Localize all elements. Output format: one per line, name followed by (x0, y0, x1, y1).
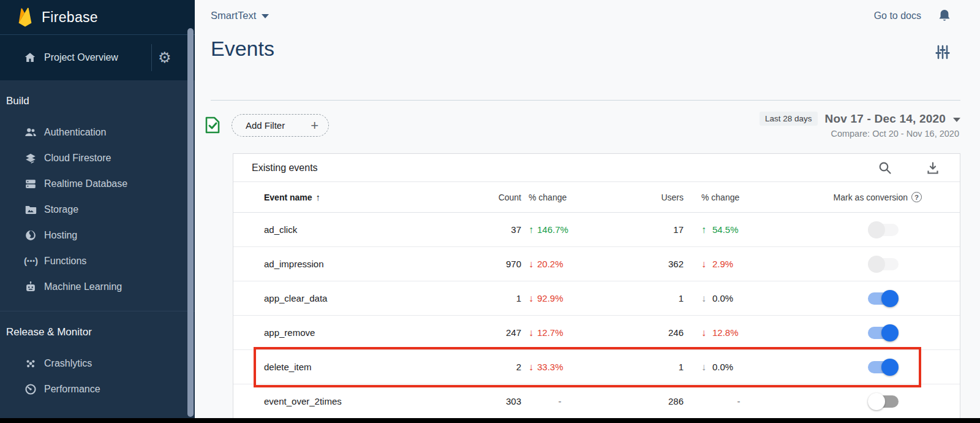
event-name: event_over_2times (264, 396, 478, 406)
sidebar-item-label: Crashlytics (44, 358, 92, 369)
users-change: ↓0.0% (699, 293, 791, 304)
sidebar-item-realtime-database[interactable]: Realtime Database (0, 171, 195, 197)
sidebar-item-label: Storage (44, 204, 78, 215)
project-selector[interactable]: SmartText (211, 10, 269, 21)
sidebar-item-label: Functions (44, 256, 86, 267)
data-freshness-icon[interactable] (204, 115, 221, 135)
column-header-mark-conversion: Mark as conversion ? (791, 192, 960, 202)
add-filter-button[interactable]: Add Filter + (232, 114, 329, 137)
column-header-count: Count (478, 192, 521, 202)
count-change: ↓92.9% (521, 293, 613, 304)
column-header-event-name[interactable]: Event name (264, 192, 478, 202)
conversion-toggle[interactable] (868, 359, 899, 376)
conversion-toggle[interactable] (868, 393, 899, 410)
functions-icon: (⋅⋅⋅) (23, 254, 38, 269)
search-icon[interactable] (878, 161, 892, 175)
sidebar-item-cloud-firestore[interactable]: Cloud Firestore (0, 145, 195, 171)
trend-arrow-icon: ↓ (529, 259, 533, 270)
firebase-logo[interactable]: Firebase (17, 7, 98, 28)
sidebar-item-authentication[interactable]: Authentication (0, 120, 195, 145)
screenshot-bottom-edge (0, 418, 980, 423)
project-settings-gear-icon[interactable]: ⚙ (158, 50, 172, 65)
count-change: - (521, 396, 613, 406)
plus-icon: + (311, 119, 318, 132)
table-row: app_clear_data 1 ↓92.9% 1 ↓0.0% (233, 281, 960, 316)
event-users: 286 (613, 396, 699, 406)
event-count: 1 (478, 293, 521, 303)
trend-arrow-icon: ↓ (529, 293, 533, 304)
sidebar-item-label: Performance (44, 384, 100, 395)
event-users: 17 (613, 224, 699, 235)
table-column-headers: Event name Count % change Users % change… (233, 182, 960, 213)
help-icon[interactable]: ? (911, 192, 922, 202)
table-row-highlighted: delete_item 2 ↓33.3% 1 ↓0.0% (233, 350, 960, 384)
event-users: 1 (613, 293, 699, 303)
event-count: 37 (478, 224, 521, 235)
sidebar-item-label: Authentication (44, 127, 106, 138)
table-body: ad_click 37 ↑146.7% 17 ↑54.5% ad_impress… (233, 213, 960, 419)
sidebar-item-project-overview[interactable]: Project Overview ⚙ (0, 35, 195, 80)
sidebar-scrollbar[interactable] (187, 28, 194, 417)
event-count: 2 (478, 362, 521, 372)
users-change: ↓0.0% (699, 362, 791, 373)
storage-icon (23, 202, 38, 217)
notifications-bell-icon[interactable] (937, 8, 952, 24)
table-row: event_over_2times 303 - 286 - (233, 384, 960, 419)
date-range-value: Nov 17 - Dec 14, 2020 (825, 112, 946, 126)
column-header-pct-change-users: % change (699, 192, 791, 202)
tune-filters-icon[interactable] (935, 44, 951, 60)
date-range-selector[interactable]: Last 28 days Nov 17 - Dec 14, 2020 (760, 112, 960, 126)
realtime-database-icon (23, 177, 38, 191)
event-users: 246 (613, 327, 699, 338)
hosting-icon (23, 228, 38, 243)
sidebar-item-label: Machine Learning (44, 281, 122, 292)
authentication-icon (23, 125, 38, 140)
topbar: SmartText Go to docs (195, 0, 980, 32)
sidebar-item-hosting[interactable]: Hosting (0, 223, 195, 248)
event-name: delete_item (264, 362, 478, 372)
filter-bar: Add Filter + Last 28 days Nov 17 - Dec 1… (195, 110, 980, 141)
go-to-docs-link[interactable]: Go to docs (874, 10, 921, 21)
conversion-toggle[interactable] (868, 290, 899, 307)
table-row: app_remove 247 ↓12.7% 246 ↓12.8% (233, 316, 960, 350)
conversion-toggle[interactable] (868, 221, 899, 238)
event-users: 1 (613, 362, 699, 372)
trend-arrow-icon: ↓ (701, 259, 706, 270)
event-users: 362 (613, 259, 699, 269)
count-change: ↑146.7% (521, 224, 613, 235)
sidebar-section-release-monitor: Release & Monitor Crashlytics (0, 311, 195, 402)
column-header-pct-change: % change (521, 192, 613, 202)
sidebar-item-crashlytics[interactable]: Crashlytics (0, 351, 195, 376)
sidebar-header: Firebase (0, 0, 195, 35)
sidebar-item-label: Cloud Firestore (44, 153, 111, 164)
count-change: ↓12.7% (521, 327, 613, 338)
card-title: Existing events (233, 162, 318, 173)
card-header: Existing events (233, 154, 960, 182)
page-title: Events (211, 37, 274, 61)
chevron-down-icon (262, 14, 269, 18)
cloud-firestore-icon (23, 151, 38, 166)
sidebar: Firebase Project Overview ⚙ Build (0, 0, 195, 423)
conversion-toggle[interactable] (868, 324, 899, 341)
trend-arrow-icon: ↓ (529, 327, 533, 338)
users-change: ↓2.9% (699, 259, 791, 270)
sidebar-item-functions[interactable]: (⋅⋅⋅) Functions (0, 248, 195, 274)
conversion-toggle[interactable] (868, 256, 899, 273)
trend-arrow-icon: ↓ (701, 293, 706, 304)
download-icon[interactable] (925, 161, 940, 175)
crashlytics-icon (23, 356, 38, 371)
event-count: 303 (478, 396, 521, 406)
sidebar-item-performance[interactable]: Performance (0, 376, 195, 402)
table-row: ad_impression 970 ↓20.2% 362 ↓2.9% (233, 247, 960, 281)
sidebar-item-label: Hosting (44, 230, 77, 241)
sidebar-item-machine-learning[interactable]: Machine Learning (0, 274, 195, 300)
users-change: ↓12.8% (699, 327, 791, 338)
machine-learning-icon (23, 280, 38, 294)
trend-arrow-icon: ↓ (701, 327, 706, 338)
event-name: app_remove (264, 327, 478, 338)
count-change: ↓33.3% (521, 362, 613, 373)
sidebar-item-label: Realtime Database (44, 178, 127, 189)
sidebar-item-storage[interactable]: Storage (0, 197, 195, 223)
event-name: app_clear_data (264, 293, 478, 303)
project-overview-label: Project Overview (44, 52, 118, 63)
